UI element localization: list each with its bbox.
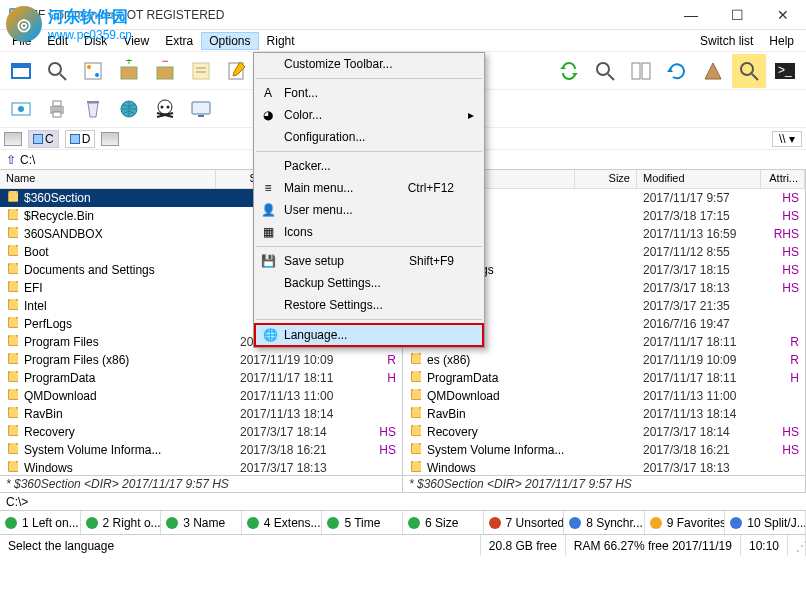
svg-line-20 [608,74,614,80]
fkey-10[interactable]: 10 Split/J... [725,511,806,534]
menu-item-configuration[interactable]: Configuration... [254,126,484,148]
svg-point-36 [158,100,172,114]
table-row[interactable]: ProgramData 2017/11/17 18:11 H [0,369,402,387]
tb-pack-icon[interactable]: − [148,54,182,88]
table-row[interactable]: RavBin 2017/11/13 18:14 [0,405,402,423]
menu-item-main-menu[interactable]: ≡Main menu...Ctrl+F12 [254,177,484,199]
tb-terminal-icon[interactable]: >_ [768,54,802,88]
menu-disk[interactable]: Disk [76,32,115,50]
tb-find-hl-icon[interactable] [732,54,766,88]
tb-zoom-icon[interactable] [588,54,622,88]
menu-file[interactable]: File [4,32,39,50]
fkey-9[interactable]: 9 Favorites [645,511,726,534]
status-free: 20.8 GB free [481,535,566,556]
tb-globe-icon[interactable] [112,92,146,126]
status-ram: RAM 66.27% free 2017/11/19 [566,535,741,556]
menu-item-restore-settings[interactable]: Restore Settings... [254,294,484,316]
svg-point-43 [5,517,17,529]
fkey-1[interactable]: 1 Left on... [0,511,81,534]
svg-text:+: + [125,59,132,68]
menu-options[interactable]: Options [201,32,258,50]
tb-sync-icon[interactable] [552,54,586,88]
svg-point-44 [86,517,98,529]
tb-monitor-icon[interactable] [184,92,218,126]
table-row[interactable]: Windows 2017/3/17 18:13 [403,459,805,475]
menu-edit[interactable]: Edit [39,32,76,50]
svg-rect-41 [192,102,210,114]
svg-rect-9 [121,67,137,79]
tb-skull-icon[interactable] [148,92,182,126]
fkey-6[interactable]: 6 Size [403,511,484,534]
hdr-attr-r[interactable]: Attri... [761,170,805,188]
fkey-bar: 1 Left on...2 Right o...3 Name4 Extens..… [0,510,806,534]
titlebar: EF Commander NOT REGISTERED — ☐ ✕ [0,0,806,30]
tb-refresh-icon[interactable] [660,54,694,88]
menu-item-color[interactable]: ◕Color...▸ [254,104,484,126]
tb-recycle-icon[interactable] [76,92,110,126]
table-row[interactable]: QMDownload 2017/11/13 11:00 [0,387,402,405]
fkey-5[interactable]: 5 Time [322,511,403,534]
hdr-name[interactable]: Name [0,170,216,188]
tb-edit-icon[interactable] [220,54,254,88]
table-row[interactable]: Windows 2017/3/17 18:13 [0,459,402,475]
fkey-8[interactable]: 8 Synchr... [564,511,645,534]
path-text[interactable]: C:\ [20,153,35,167]
drive-d[interactable]: D [65,130,96,148]
svg-rect-11 [157,67,173,79]
tb-filter-icon[interactable] [76,54,110,88]
menu-switch-list[interactable]: Switch list [692,32,761,50]
svg-marker-17 [560,66,566,69]
table-row[interactable]: ProgramData 2017/11/17 18:11 H [403,369,805,387]
svg-rect-6 [85,63,101,79]
table-row[interactable]: QMDownload 2017/11/13 11:00 [403,387,805,405]
svg-rect-33 [53,112,61,117]
command-line[interactable]: C:\> [0,492,806,510]
svg-point-37 [161,105,164,108]
tb-new-window-icon[interactable] [4,54,38,88]
table-row[interactable]: Recovery 2017/3/17 18:14 HS [0,423,402,441]
menu-item-packer[interactable]: Packer... [254,155,484,177]
svg-line-5 [60,74,66,80]
menu-right[interactable]: Right [259,32,303,50]
svg-point-38 [167,105,170,108]
hdr-size-r[interactable]: Size [575,170,637,188]
maximize-button[interactable]: ☐ [714,0,760,30]
tb-split-icon[interactable] [624,54,658,88]
fkey-7[interactable]: 7 Unsorted [484,511,565,534]
tb-pyramid-icon[interactable] [696,54,730,88]
tb-note-icon[interactable] [184,54,218,88]
table-row[interactable]: RavBin 2017/11/13 18:14 [403,405,805,423]
menu-item-user-menu[interactable]: 👤User menu... [254,199,484,221]
table-row[interactable]: Recovery 2017/3/17 18:14 HS [403,423,805,441]
menu-extra[interactable]: Extra [157,32,201,50]
table-row[interactable]: es (x86) 2017/11/19 10:09 R [403,351,805,369]
menu-item-customize-toolbar[interactable]: Customize Toolbar... [254,53,484,75]
minimize-button[interactable]: — [668,0,714,30]
table-row[interactable]: Program Files (x86) 2017/11/19 10:09 R [0,351,402,369]
updir-icon[interactable]: ⇧ [6,153,16,167]
fkey-2[interactable]: 2 Right o... [81,511,162,534]
tb-sharewindow-icon[interactable] [4,92,38,126]
svg-point-52 [730,517,742,529]
menu-item-icons[interactable]: ▦Icons [254,221,484,243]
fkey-4[interactable]: 4 Extens... [242,511,323,534]
status-bar: Select the language 20.8 GB free RAM 66.… [0,534,806,556]
menu-item-backup-settings[interactable]: Backup Settings... [254,272,484,294]
fkey-3[interactable]: 3 Name [161,511,242,534]
tb-unpack-icon[interactable]: + [112,54,146,88]
menu-view[interactable]: View [115,32,157,50]
table-row[interactable]: System Volume Informa... 2017/3/18 16:21… [403,441,805,459]
menu-item-font[interactable]: AFont... [254,82,484,104]
tb-printer-icon[interactable] [40,92,74,126]
menu-help[interactable]: Help [761,32,802,50]
drive-c[interactable]: C [28,130,59,148]
drive-dropdown-icon[interactable]: \\ ▾ [772,131,802,147]
table-row[interactable]: System Volume Informa... 2017/3/18 16:21… [0,441,402,459]
menu-item-save-setup[interactable]: 💾Save setupShift+F9 [254,250,484,272]
tb-search-icon[interactable] [40,54,74,88]
menu-item-language[interactable]: 🌐Language... [254,323,484,347]
close-button[interactable]: ✕ [760,0,806,30]
left-panel-status: * $360Section <DIR> 2017/11/17 9:57 HS [0,475,402,492]
svg-rect-42 [198,115,204,117]
hdr-mod-r[interactable]: Modified [637,170,761,188]
